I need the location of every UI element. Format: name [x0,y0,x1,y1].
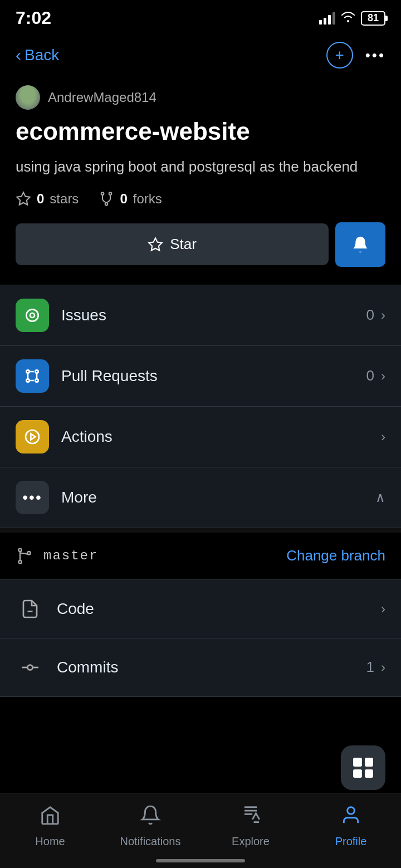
issues-chevron-icon: › [381,308,385,323]
bottom-nav: Home Notifications Explore [0,793,401,868]
forks-count: 0 [120,191,127,207]
svg-point-29 [348,807,355,815]
stars-stat: 0 stars [16,191,79,207]
signal-icon [319,12,335,25]
actions-label: Actions [61,428,381,446]
profile-icon [340,804,361,831]
svg-point-9 [26,370,29,373]
star-btn-icon [148,237,163,252]
issues-count: 0 [366,306,374,324]
back-label: Back [25,46,59,64]
star-icon [16,191,31,207]
svg-marker-0 [17,192,30,204]
back-button[interactable]: ‹ Back [16,46,59,64]
nav-notifications[interactable]: Notifications [117,804,184,848]
pr-label: Pull Requests [61,367,366,385]
commits-menu-item[interactable]: Commits 1 › [0,638,401,697]
nav-notifications-label: Notifications [120,835,181,848]
svg-point-2 [109,192,112,195]
svg-point-18 [18,560,21,563]
actions-icon-wrap [16,420,49,453]
more-button[interactable]: ••• [365,47,385,64]
header-nav: ‹ Back + ••• [0,33,401,80]
home-indicator [156,859,245,862]
pr-count: 0 [366,367,374,384]
grid-icon [353,758,373,778]
more-dots-icon: ••• [22,489,42,506]
star-button[interactable]: Star [16,223,329,265]
status-bar: 7:02 81 [0,0,401,33]
owner-name: AndrewMaged814 [48,90,157,105]
issues-menu-item[interactable]: Issues 0 › [0,285,401,346]
status-time: 7:02 [16,8,51,28]
branch-name: master [43,548,98,563]
nav-explore[interactable]: Explore [217,804,284,848]
repo-actions: Star [16,222,385,267]
actions-menu-item[interactable]: Actions › [0,407,401,467]
nav-explore-label: Explore [232,835,270,848]
header-actions: + ••• [326,42,385,69]
code-chevron-icon: › [381,601,385,617]
pull-requests-menu-item[interactable]: Pull Requests 0 › [0,346,401,407]
nav-profile[interactable]: Profile [317,804,384,848]
code-label: Code [57,600,381,618]
explore-icon [240,804,261,831]
pr-icon [23,367,41,385]
nav-profile-label: Profile [335,835,367,848]
repo-stats: 0 stars 0 forks [16,191,385,207]
change-branch-button[interactable]: Change branch [286,547,385,564]
dots-icon: ••• [365,47,385,64]
branch-left: master [16,547,98,565]
battery-icon: 81 [361,11,385,26]
avatar [16,85,40,110]
svg-point-22 [28,665,33,670]
repo-header: AndrewMaged814 ecommerce-website using j… [0,80,401,280]
more-chevron-icon: ∧ [375,490,385,505]
pr-icon-wrap [16,359,49,393]
menu-section: Issues 0 › Pull Requests 0 › Actions › [0,285,401,528]
code-section: Code › Commits 1 › [0,579,401,697]
branch-section: master Change branch [0,528,401,579]
svg-point-1 [101,192,104,195]
repo-owner: AndrewMaged814 [16,85,385,110]
svg-point-10 [35,370,38,373]
issues-icon [23,306,41,324]
commits-count: 1 [366,659,374,676]
fork-icon [99,191,114,207]
add-button[interactable]: + [326,42,353,69]
floating-grid-button[interactable] [341,745,385,790]
commits-label: Commits [57,659,366,676]
watch-button[interactable] [335,222,385,267]
status-icons: 81 [319,11,385,26]
commits-chevron-icon: › [381,660,385,675]
more-label: More [61,489,375,506]
code-icon [20,599,40,619]
code-icon-wrap [16,594,45,623]
code-menu-item[interactable]: Code › [0,580,401,638]
svg-marker-6 [149,238,162,250]
stars-label: stars [50,191,79,207]
svg-point-17 [18,548,21,551]
forks-stat: 0 forks [99,191,162,207]
plus-icon: + [335,46,344,64]
commits-icon [20,657,40,677]
pr-chevron-icon: › [381,368,385,384]
more-icon-wrap: ••• [16,481,49,514]
nav-home[interactable]: Home [17,804,84,848]
nav-home-label: Home [35,835,65,848]
repo-name: ecommerce-website [16,118,385,146]
notifications-icon [140,804,161,831]
issues-label: Issues [61,306,366,324]
repo-description: using java spring boot and postgresql as… [16,156,385,178]
svg-point-12 [35,379,38,382]
branch-icon [16,547,33,565]
wifi-icon [341,11,355,26]
svg-point-15 [26,430,39,443]
actions-chevron-icon: › [381,429,385,445]
svg-point-8 [30,313,35,318]
more-menu-item[interactable]: ••• More ∧ [0,467,401,528]
back-chevron-icon: ‹ [16,47,21,64]
svg-point-7 [26,309,38,321]
forks-label: forks [133,191,162,207]
star-btn-label: Star [170,236,197,253]
